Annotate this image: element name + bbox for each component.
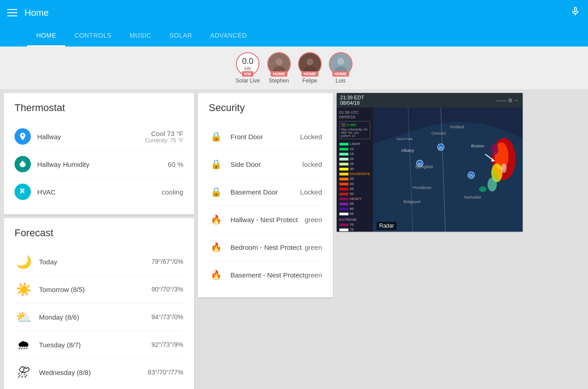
svg-point-28 <box>487 177 497 191</box>
forecast-day-monday: Monday (8/6) <box>39 313 152 321</box>
luis-name: Luis <box>336 78 346 84</box>
hamburger-menu[interactable] <box>7 9 17 16</box>
user-solar[interactable]: 0.0 kW KW Solar Live <box>235 52 260 84</box>
forecast-tomorrow: ☀️ Tomorrow (8/5) 90°/70°/3% <box>15 276 183 303</box>
lock-icon-basement-door: 🔒 <box>209 185 223 199</box>
main-content: Thermostat Hallway Cool 73 °F Currently:… <box>0 89 588 389</box>
security-hallway-nest: 🔥 Hallway - Nest Protect green <box>209 206 322 233</box>
svg-text:Providence: Providence <box>413 186 432 190</box>
thermostat-title: Thermostat <box>15 102 183 114</box>
users-bar: 0.0 kW KW Solar Live HOME Stephen <box>0 47 588 89</box>
front-door-label: Front Door <box>230 133 300 141</box>
lock-icon-front: 🔒 <box>209 129 223 144</box>
thermostat-hvac-row: HVAC cooling <box>15 178 183 205</box>
user-felipe[interactable]: HOME Felipe <box>298 52 322 84</box>
svg-text:Glens Falls: Glens Falls <box>397 137 413 141</box>
security-front-door: 🔒 Front Door Locked <box>209 123 322 151</box>
svg-point-31 <box>479 186 486 192</box>
forecast-day-tuesday: Tuesday (8/7) <box>39 341 152 349</box>
security-side-door: 🔒 Side Door locked <box>209 151 322 178</box>
side-door-label: Side Door <box>230 160 302 168</box>
hallway-nest-status: green <box>304 216 322 224</box>
nest-icon-basement: 🔥 <box>209 267 223 282</box>
forecast-temps-wednesday: 83°/70°/77% <box>148 369 183 376</box>
mic-icon[interactable] <box>570 6 581 19</box>
svg-point-0 <box>275 58 282 65</box>
svg-point-30 <box>501 164 506 173</box>
forecast-icon-wednesday: ⛈ <box>15 363 33 381</box>
security-card: Security 🔒 Front Door Locked 🔒 Side Door… <box>198 93 333 297</box>
security-bedroom-nest: 🔥 Bedroom - Nest Protect green <box>209 233 322 261</box>
basement-nest-label: Basement - Nest Protect <box>230 271 304 279</box>
radar-body: 01:39 UTC 08/05/18 ⬛ 5 dBZ Max reflectiv… <box>337 107 523 232</box>
felipe-badge: HOME <box>301 71 318 77</box>
hvac-label: HVAC <box>37 188 162 196</box>
user-luis[interactable]: HOME Luis <box>329 52 353 84</box>
forecast-title: Forecast <box>15 227 183 239</box>
forecast-tuesday: 🌧 Tuesday (8/7) 92°/73°/9% <box>15 331 183 359</box>
tab-advanced[interactable]: ADVANCED <box>201 25 256 47</box>
humidity-label: Hallway Humidity <box>37 160 168 168</box>
front-door-status: Locked <box>300 133 322 141</box>
solar-badge: KW <box>242 71 254 77</box>
thermostat-humidity-row: Hallway Humidity 60 % <box>15 151 183 178</box>
svg-text:Boston: Boston <box>471 144 484 148</box>
svg-text:Bridgeport: Bridgeport <box>403 200 421 204</box>
hvac-value: cooling <box>162 188 183 196</box>
svg-text:Springfield: Springfield <box>415 165 433 169</box>
forecast-icon-monday: ⛅ <box>15 308 33 326</box>
radar-time-left: 21:39 EDT 08/04/18 <box>340 95 364 106</box>
tab-solar[interactable]: SOLAR <box>160 25 201 47</box>
hallway-label: Hallway <box>37 133 145 141</box>
svg-text:95: 95 <box>469 174 474 178</box>
forecast-day-tomorrow: Tomorrow (8/5) <box>39 286 152 293</box>
svg-text:95: 95 <box>439 146 443 150</box>
hallway-value: Cool 73 °F Currently: 75 °F <box>145 130 183 144</box>
forecast-day-wednesday: Wednesday (8/8) <box>39 369 148 376</box>
forecast-temps-tuesday: 92°/73°/9% <box>152 341 183 348</box>
humidity-icon <box>15 156 31 172</box>
svg-text:Albany: Albany <box>401 148 414 153</box>
forecast-monday: ⛅ Monday (8/6) 94°/73°/0% <box>15 303 183 331</box>
app-title: Home <box>24 8 49 18</box>
hallway-nest-label: Hallway - Nest Protect <box>230 216 304 224</box>
nest-icon-hallway: 🔥 <box>209 212 223 227</box>
svg-text:Concord: Concord <box>431 131 446 136</box>
tab-music[interactable]: MUSIC <box>121 25 161 47</box>
stephen-badge: HOME <box>270 71 287 77</box>
forecast-day-today: Today <box>39 258 152 266</box>
left-column: Thermostat Hallway Cool 73 °F Currently:… <box>4 93 194 389</box>
forecast-today: 🌙 Today 79°/67°/0% <box>15 248 183 276</box>
radar-legend: 01:39 UTC 08/05/18 ⬛ 5 dBZ Max reflectiv… <box>337 107 373 232</box>
stephen-name: Stephen <box>269 78 289 84</box>
forecast-wednesday: ⛈ Wednesday (8/8) 83°/70°/77% <box>15 359 183 386</box>
bedroom-nest-label: Bedroom - Nest Protect <box>230 243 304 251</box>
forecast-temps-tomorrow: 90°/70°/3% <box>152 286 183 293</box>
radar-header: 21:39 EDT 08/04/18 ——⊞↔ <box>337 93 523 107</box>
felipe-name: Felipe <box>302 78 317 84</box>
right-column: 21:39 EDT 08/04/18 ——⊞↔ 01:39 UTC 08/05/… <box>337 93 523 232</box>
user-stephen[interactable]: HOME Stephen <box>267 52 291 84</box>
lock-icon-side: 🔒 <box>209 157 223 171</box>
thermostat-icon <box>15 128 31 145</box>
basement-door-status: Locked <box>300 188 322 196</box>
nav-tabs: HOME CONTROLS MUSIC SOLAR ADVANCED <box>0 25 588 47</box>
security-basement-nest: 🔥 Basement - Nest Protect green <box>209 261 322 288</box>
svg-point-4 <box>337 58 344 65</box>
bedroom-nest-status: green <box>304 243 322 251</box>
app-bar: Home <box>0 0 588 25</box>
solar-name: Solar Live <box>235 78 260 84</box>
svg-text:Nantucket: Nantucket <box>464 195 481 199</box>
thermostat-card: Thermostat Hallway Cool 73 °F Currently:… <box>4 93 194 214</box>
security-title: Security <box>209 102 322 114</box>
svg-point-29 <box>491 144 498 155</box>
basement-nest-status: green <box>304 271 322 279</box>
forecast-icon-today: 🌙 <box>15 253 33 271</box>
forecast-icon-tomorrow: ☀️ <box>15 280 33 298</box>
forecast-temps-today: 79°/67°/0% <box>152 258 183 265</box>
tab-home[interactable]: HOME <box>27 25 65 47</box>
svg-text:Portland: Portland <box>450 125 464 129</box>
radar-card[interactable]: 21:39 EDT 08/04/18 ——⊞↔ 01:39 UTC 08/05/… <box>337 93 523 232</box>
tab-controls[interactable]: CONTROLS <box>65 25 121 47</box>
radar-label: Radar <box>377 222 397 230</box>
